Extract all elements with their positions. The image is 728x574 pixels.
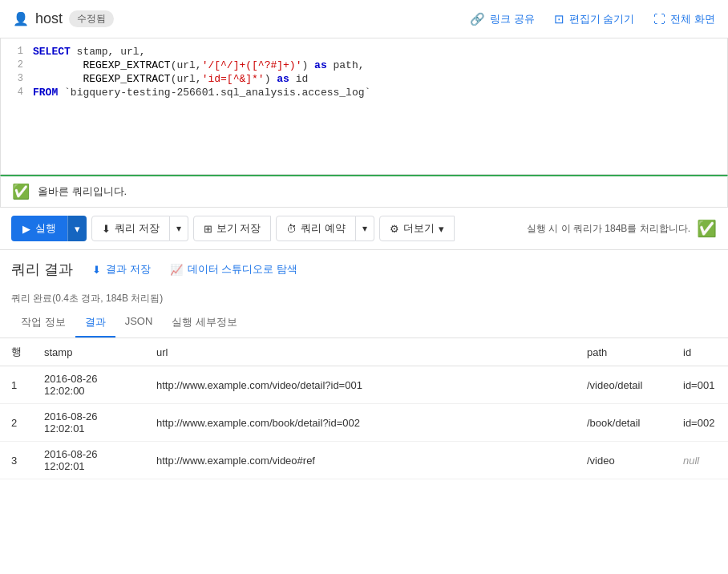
code-line-2: 2 REGEXP_EXTRACT(url,'/[^/]+([^?#]+)') a…	[1, 59, 727, 72]
toolbar: ▶ 실행 ▾ ⬇ 쿼리 저장 ▾ ⊞ 보기 저장 ⏱ 쿼리 예약 ▾ ⚙ 더보기…	[0, 208, 728, 250]
results-tabs: 작업 정보 결과 JSON 실행 세부정보	[0, 309, 728, 338]
more-button[interactable]: ⚙ 더보기 ▾	[379, 216, 455, 241]
cell-row-num: 3	[0, 442, 33, 479]
save-results-label: 결과 저장	[106, 262, 151, 277]
line-num-4: 4	[7, 87, 23, 99]
save-results-button[interactable]: ⬇ 결과 저장	[92, 262, 151, 277]
save-query-icon: ⬇	[102, 223, 111, 235]
table-row: 2 2016-08-26 12:02:01 http://www.example…	[0, 404, 728, 442]
code-text-3: REGEXP_EXTRACT(url,'id=[^&]*') as id	[33, 73, 308, 85]
table-row: 1 2016-08-26 12:02:00 http://www.example…	[0, 366, 728, 404]
run-label: 실행	[35, 221, 56, 236]
cell-id: id=002	[672, 404, 728, 442]
more-chevron-icon: ▾	[439, 223, 444, 235]
cell-path: /video	[576, 442, 672, 479]
cell-url: http://www.example.com/video/detail?id=0…	[145, 366, 576, 404]
more-label: 더보기	[403, 221, 435, 236]
code-line-1: 1 SELECT stamp, url,	[1, 45, 727, 59]
fullscreen-button[interactable]: ⛶ 전체 화면	[653, 12, 715, 26]
code-line-4: 4 FROM `bigquery-testing-256601.sql_anal…	[1, 86, 727, 99]
header-left: 👤 host 수정됨	[13, 10, 114, 27]
processing-info: 실행 시 이 쿼리가 184B를 처리합니다.	[527, 222, 690, 236]
line-num-1: 1	[7, 46, 23, 58]
status-text: 올바른 쿼리입니다.	[38, 184, 127, 199]
tab-json[interactable]: JSON	[115, 309, 163, 338]
edit-badge: 수정됨	[69, 10, 114, 27]
code-text-1: SELECT stamp, url,	[33, 46, 145, 58]
save-view-group: ⊞ 보기 저장	[193, 216, 272, 241]
save-view-icon: ⊞	[204, 223, 212, 235]
run-dropdown-button[interactable]: ▾	[67, 216, 87, 241]
query-info-text: 쿼리 완료(0.4초 경과, 184B 처리됨)	[11, 293, 163, 304]
col-header-id: id	[672, 338, 728, 366]
tab-results[interactable]: 결과	[75, 309, 115, 338]
tab-json-label: JSON	[125, 315, 153, 327]
fullscreen-label: 전체 화면	[670, 12, 715, 26]
schedule-icon: ⏱	[286, 223, 297, 235]
tab-exec-details-label: 실행 세부정보	[172, 316, 237, 328]
results-header: 쿼리 결과 ⬇ 결과 저장 📈 데이터 스튜디오로 탐색	[0, 250, 728, 289]
cell-row-num: 1	[0, 366, 33, 404]
table-header-row: 행 stamp url path id	[0, 338, 728, 366]
fullscreen-icon: ⛶	[653, 12, 665, 26]
more-group: ⚙ 더보기 ▾	[379, 216, 455, 241]
hide-editor-button[interactable]: ⊡ 편집기 숨기기	[554, 12, 635, 26]
tab-job-info-label: 작업 정보	[21, 316, 66, 328]
explore-studio-button[interactable]: 📈 데이터 스튜디오로 탐색	[170, 262, 297, 277]
col-header-path: path	[576, 338, 672, 366]
link-share-label: 링크 공유	[490, 12, 535, 26]
more-icon: ⚙	[390, 223, 399, 235]
query-info: 쿼리 완료(0.4초 경과, 184B 처리됨)	[0, 289, 728, 309]
run-button[interactable]: ▶ 실행	[11, 216, 67, 241]
results-table: 행 stamp url path id 1 2016-08-26 12:02:0…	[0, 338, 728, 479]
save-query-dropdown[interactable]: ▾	[170, 216, 188, 241]
cell-path: /video/detail	[576, 366, 672, 404]
line-num-2: 2	[7, 59, 23, 71]
cell-stamp: 2016-08-26 12:02:00	[33, 366, 145, 404]
save-view-button[interactable]: ⊞ 보기 저장	[193, 216, 272, 241]
hide-editor-label: 편집기 숨기기	[569, 12, 635, 26]
link-icon: 🔗	[470, 12, 485, 26]
toolbar-right: 실행 시 이 쿼리가 184B를 처리합니다. ✅	[527, 219, 717, 238]
processing-check-icon: ✅	[697, 219, 717, 238]
cell-id: id=001	[672, 366, 728, 404]
run-icon: ▶	[22, 223, 30, 235]
status-icon: ✅	[12, 183, 30, 200]
schedule-label: 쿼리 예약	[301, 221, 346, 236]
cell-url: http://www.example.com/book/detail?id=00…	[145, 404, 576, 442]
cell-path: /book/detail	[576, 404, 672, 442]
header: 👤 host 수정됨 🔗 링크 공유 ⊡ 편집기 숨기기 ⛶ 전체 화면	[0, 0, 728, 38]
results-title: 쿼리 결과	[11, 260, 73, 279]
host-name: host	[35, 10, 63, 27]
save-view-label: 보기 저장	[216, 221, 261, 236]
save-query-button[interactable]: ⬇ 쿼리 저장	[91, 216, 170, 241]
save-results-icon: ⬇	[92, 264, 101, 276]
link-share-button[interactable]: 🔗 링크 공유	[470, 12, 535, 26]
cell-stamp: 2016-08-26 12:02:01	[33, 442, 145, 479]
explore-icon: 📈	[170, 264, 183, 276]
run-group: ▶ 실행 ▾	[11, 216, 87, 241]
code-editor[interactable]: 1 SELECT stamp, url, 2 REGEXP_EXTRACT(ur…	[0, 38, 728, 175]
col-header-row: 행	[0, 338, 33, 366]
header-right: 🔗 링크 공유 ⊡ 편집기 숨기기 ⛶ 전체 화면	[470, 12, 715, 26]
cell-url: http://www.example.com/video#ref	[145, 442, 576, 479]
status-bar: ✅ 올바른 쿼리입니다.	[0, 175, 728, 208]
explore-label: 데이터 스튜디오로 탐색	[188, 262, 297, 277]
tab-exec-details[interactable]: 실행 세부정보	[162, 309, 247, 338]
schedule-dropdown[interactable]: ▾	[356, 216, 374, 241]
tab-job-info[interactable]: 작업 정보	[11, 309, 75, 338]
code-text-2: REGEXP_EXTRACT(url,'/[^/]+([^?#]+)') as …	[33, 59, 365, 71]
col-header-stamp: stamp	[33, 338, 145, 366]
line-num-3: 3	[7, 73, 23, 85]
save-query-group: ⬇ 쿼리 저장 ▾	[91, 216, 188, 241]
code-text-4: FROM `bigquery-testing-256601.sql_analys…	[33, 87, 370, 99]
hide-editor-icon: ⊡	[554, 12, 564, 26]
tab-results-label: 결과	[85, 316, 106, 328]
code-line-3: 3 REGEXP_EXTRACT(url,'id=[^&]*') as id	[1, 72, 727, 86]
user-icon: 👤	[13, 11, 29, 26]
cell-row-num: 2	[0, 404, 33, 442]
schedule-button[interactable]: ⏱ 쿼리 예약	[276, 216, 356, 241]
schedule-group: ⏱ 쿼리 예약 ▾	[276, 216, 374, 241]
col-header-url: url	[145, 338, 576, 366]
cell-stamp: 2016-08-26 12:02:01	[33, 404, 145, 442]
